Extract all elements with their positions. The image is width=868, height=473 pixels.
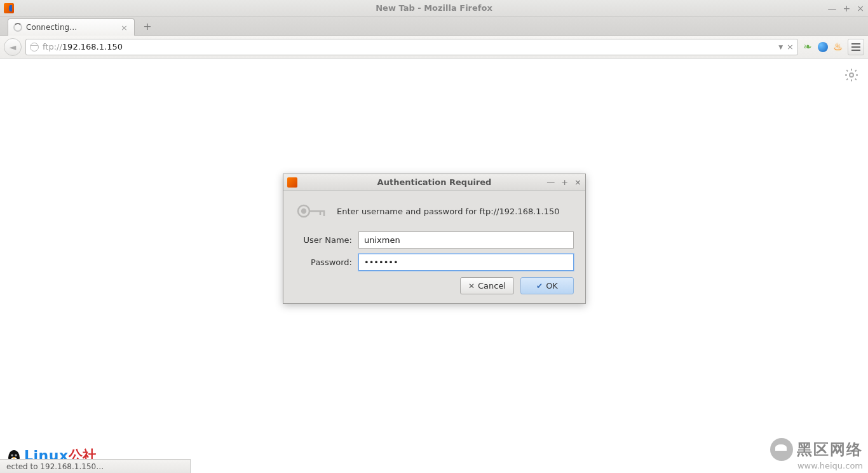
- tab-title: Connecting…: [26, 23, 119, 32]
- tab-close-button[interactable]: ×: [119, 23, 129, 32]
- username-label: User Name:: [295, 235, 352, 245]
- ok-button[interactable]: ✔ OK: [520, 277, 574, 294]
- urlbar-dropdown-icon[interactable]: ▼: [778, 44, 783, 50]
- hamburger-menu-button[interactable]: [848, 39, 864, 55]
- extension-globe-icon[interactable]: [817, 41, 829, 53]
- svg-point-2: [302, 209, 306, 213]
- dialog-close-button[interactable]: ×: [574, 177, 581, 187]
- status-bar: ected to 192.168.1.150…: [0, 459, 191, 473]
- window-close-button[interactable]: ×: [857, 3, 864, 13]
- dialog-minimize-button[interactable]: —: [546, 177, 555, 187]
- password-input[interactable]: [358, 254, 574, 271]
- authentication-dialog: Authentication Required — + × Enter user…: [283, 174, 586, 304]
- newtab-settings-gear-icon[interactable]: [844, 67, 859, 85]
- url-protocol: ftp://: [43, 42, 62, 51]
- dialog-titlebar[interactable]: Authentication Required — + ×: [283, 174, 585, 191]
- dialog-title: Authentication Required: [283, 177, 585, 187]
- ok-check-icon: ✔: [536, 282, 543, 291]
- cancel-x-icon: ✕: [468, 282, 475, 291]
- url-host: 192.168.1.150: [62, 42, 123, 51]
- tab-strip: Connecting… × +: [0, 17, 868, 36]
- firefox-app-icon: [4, 3, 14, 13]
- new-tab-button[interactable]: +: [140, 19, 155, 33]
- extension-flame-icon[interactable]: ♨: [832, 41, 844, 53]
- status-text: ected to 192.168.1.150…: [6, 462, 104, 471]
- password-label: Password:: [295, 257, 352, 267]
- extension-leaf-icon[interactable]: ❧: [802, 41, 813, 53]
- username-input[interactable]: [358, 231, 574, 249]
- site-identity-icon[interactable]: [30, 43, 39, 51]
- ok-button-label: OK: [546, 281, 558, 291]
- key-icon: [295, 200, 328, 223]
- window-titlebar: New Tab - Mozilla Firefox — + ×: [0, 0, 868, 17]
- svg-point-0: [850, 73, 853, 77]
- browser-tab[interactable]: Connecting… ×: [8, 18, 135, 36]
- window-minimize-button[interactable]: —: [828, 3, 837, 13]
- dialog-app-icon: [287, 177, 297, 188]
- window-maximize-button[interactable]: +: [843, 3, 851, 13]
- cancel-button-label: Cancel: [478, 281, 506, 291]
- url-bar[interactable]: ftp://192.168.1.150 ▼ ×: [25, 39, 798, 55]
- loading-throbber-icon: [13, 23, 22, 32]
- window-title: New Tab - Mozilla Firefox: [0, 3, 868, 13]
- back-button[interactable]: ◄: [4, 38, 22, 56]
- dialog-message: Enter username and password for ftp://19…: [337, 207, 560, 216]
- dialog-maximize-button[interactable]: +: [561, 177, 568, 187]
- stop-reload-button[interactable]: ×: [787, 42, 794, 51]
- cancel-button[interactable]: ✕ Cancel: [460, 277, 514, 294]
- navigation-toolbar: ◄ ftp://192.168.1.150 ▼ × ❧ ♨: [0, 36, 868, 58]
